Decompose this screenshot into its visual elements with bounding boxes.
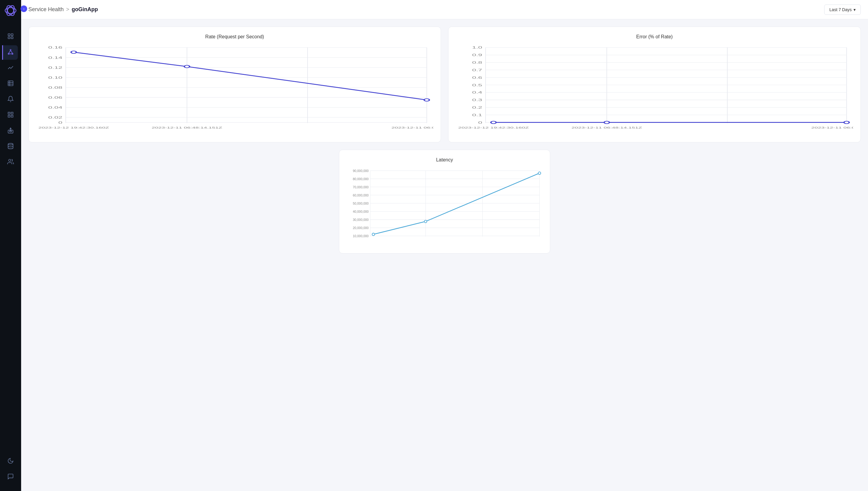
grid-icon — [7, 33, 14, 41]
svg-text:1.0: 1.0 — [472, 46, 482, 50]
svg-text:10,000,000: 10,000,000 — [353, 234, 369, 238]
robot-icon — [7, 127, 14, 135]
svg-text:2023-12-11 06:48:14.151Z: 2023-12-11 06:48:14.151Z — [152, 126, 223, 129]
message-icon — [7, 473, 14, 481]
svg-point-112 — [538, 172, 541, 174]
svg-text:60,000,000: 60,000,000 — [353, 194, 369, 197]
svg-point-26 — [8, 143, 13, 145]
error-chart-card: Error (% of Rate) — [448, 27, 861, 142]
users-icon — [7, 158, 14, 166]
main-content: Service Health > goGinApp Last 7 Days ▾ … — [21, 0, 868, 491]
charts-row: Rate (Request per Second) — [28, 27, 861, 142]
svg-text:0.4: 0.4 — [472, 90, 482, 94]
svg-point-84 — [844, 121, 849, 123]
svg-text:0.02: 0.02 — [48, 116, 62, 119]
svg-point-50 — [71, 51, 76, 53]
svg-point-110 — [372, 233, 375, 235]
svg-point-82 — [491, 121, 496, 123]
svg-text:30,000,000: 30,000,000 — [353, 218, 369, 222]
svg-rect-18 — [11, 112, 13, 114]
svg-text:0.08: 0.08 — [48, 86, 62, 90]
svg-text:2023-12-11 06:08:59.908Z: 2023-12-11 06:08:59.908Z — [392, 126, 433, 129]
svg-point-52 — [424, 99, 430, 101]
svg-text:0.6: 0.6 — [472, 76, 482, 80]
sidebar-item-dashboards[interactable] — [3, 77, 18, 91]
sidebar-item-dark-mode[interactable] — [3, 454, 18, 469]
svg-text:0.14: 0.14 — [48, 56, 62, 59]
latency-chart-card: Latency — [339, 150, 550, 254]
sidebar-item-alerts[interactable] — [3, 92, 18, 107]
svg-text:2023-12-11 06:08:59.908Z: 2023-12-11 06:08:59.908Z — [811, 126, 853, 129]
time-filter-label: Last 7 Days — [829, 7, 852, 12]
breadcrumb-service-health[interactable]: Service Health — [28, 6, 64, 13]
sidebar-item-services[interactable] — [2, 45, 18, 60]
svg-text:40,000,000: 40,000,000 — [353, 210, 369, 213]
svg-rect-25 — [10, 131, 11, 132]
sidebar-item-overview[interactable] — [3, 30, 18, 44]
rate-chart-card: Rate (Request per Second) — [28, 27, 441, 142]
svg-text:70,000,000: 70,000,000 — [353, 185, 369, 189]
svg-text:2023-12-11 06:48:14.151Z: 2023-12-11 06:48:14.151Z — [572, 126, 642, 129]
sidebar-item-metrics[interactable] — [3, 61, 18, 76]
svg-text:0.06: 0.06 — [48, 96, 62, 99]
latency-chart-container: 90,000,000 80,000,000 70,000,000 60,000,… — [346, 168, 543, 246]
breadcrumb-app-name: goGinApp — [72, 6, 98, 13]
time-filter-button[interactable]: Last 7 Days ▾ — [824, 4, 861, 15]
svg-text:0.04: 0.04 — [48, 106, 62, 110]
svg-rect-19 — [11, 115, 13, 117]
sidebar: › — [0, 0, 21, 491]
header: Service Health > goGinApp Last 7 Days ▾ — [21, 0, 868, 19]
svg-text:0.7: 0.7 — [472, 68, 482, 72]
svg-text:0: 0 — [478, 121, 482, 125]
svg-line-10 — [8, 50, 10, 53]
svg-text:0.9: 0.9 — [472, 53, 482, 57]
svg-rect-6 — [11, 37, 13, 39]
bell-icon — [7, 96, 14, 104]
latency-chart-svg: 90,000,000 80,000,000 70,000,000 60,000,… — [346, 168, 543, 246]
svg-rect-20 — [8, 115, 10, 117]
sidebar-expand-button[interactable]: › — [21, 5, 27, 12]
rate-chart-svg: 0.16 0.14 0.12 0.10 0.08 0.06 0.04 0.02 … — [36, 45, 433, 135]
moon-icon — [7, 458, 14, 465]
svg-text:0.8: 0.8 — [472, 61, 482, 65]
table-icon — [7, 80, 14, 88]
database-icon — [7, 143, 14, 151]
svg-text:0.12: 0.12 — [48, 65, 62, 69]
svg-rect-13 — [8, 81, 13, 86]
breadcrumb: Service Health > goGinApp — [28, 6, 98, 13]
sidebar-item-integrations[interactable] — [3, 124, 18, 138]
sidebar-item-widgets[interactable] — [3, 108, 18, 122]
svg-point-83 — [604, 121, 610, 123]
sidebar-nav — [0, 30, 21, 454]
sidebar-item-chat[interactable] — [3, 470, 18, 484]
svg-point-27 — [9, 160, 11, 162]
svg-text:0.3: 0.3 — [472, 98, 482, 102]
svg-text:20,000,000: 20,000,000 — [353, 226, 369, 230]
latency-chart-title: Latency — [346, 157, 543, 163]
breadcrumb-separator: > — [66, 6, 69, 13]
svg-point-51 — [184, 65, 190, 67]
svg-text:90,000,000: 90,000,000 — [353, 169, 369, 173]
svg-point-111 — [424, 220, 427, 223]
chart-line-icon — [7, 64, 14, 72]
grid-four-icon — [7, 111, 14, 119]
svg-text:0: 0 — [58, 121, 62, 125]
svg-text:50,000,000: 50,000,000 — [353, 202, 369, 205]
svg-text:0.1: 0.1 — [472, 113, 482, 117]
svg-text:2023-12-12 19:42:30.160Z: 2023-12-12 19:42:30.160Z — [458, 126, 529, 129]
rate-chart-title: Rate (Request per Second) — [36, 34, 433, 39]
sidebar-item-storage[interactable] — [3, 139, 18, 154]
svg-text:0.16: 0.16 — [48, 46, 62, 50]
content-area: Rate (Request per Second) — [21, 19, 868, 491]
svg-rect-5 — [8, 37, 10, 39]
svg-rect-4 — [11, 34, 13, 36]
error-chart-title: Error (% of Rate) — [456, 34, 853, 39]
error-chart-svg: 1.0 0.9 0.8 0.7 0.6 0.5 0.4 0.3 0.2 0.1 … — [456, 45, 853, 135]
sidebar-item-team[interactable] — [3, 155, 18, 170]
nodes-icon — [7, 49, 14, 56]
error-chart-container: 1.0 0.9 0.8 0.7 0.6 0.5 0.4 0.3 0.2 0.1 … — [456, 45, 853, 135]
svg-point-7 — [10, 50, 11, 51]
svg-text:0.2: 0.2 — [472, 106, 482, 110]
svg-text:0.5: 0.5 — [472, 83, 482, 87]
svg-text:0.10: 0.10 — [48, 76, 62, 80]
